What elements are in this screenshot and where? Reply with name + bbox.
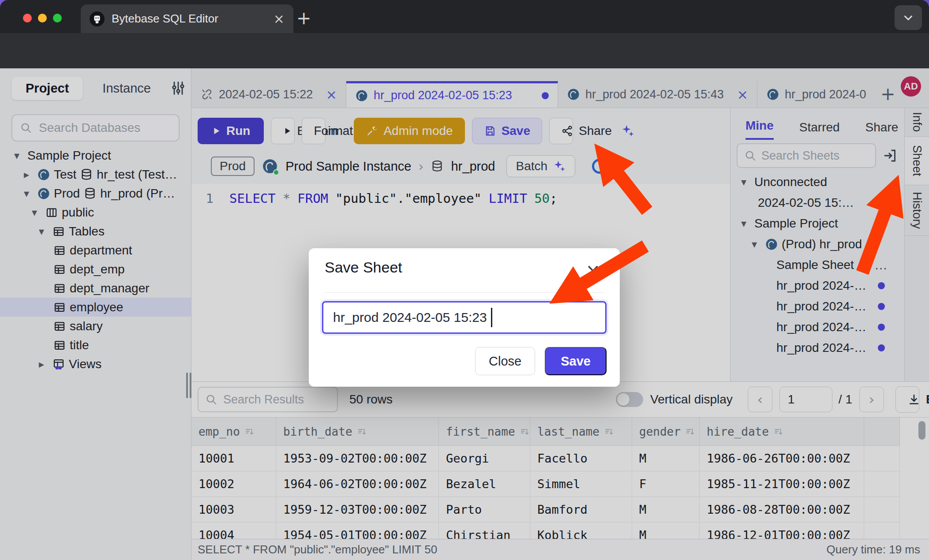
- browser-tabbar: Bytebase SQL Editor × +: [0, 0, 929, 33]
- sheet-name-input[interactable]: [322, 301, 607, 334]
- browser-tab-title: Bytebase SQL Editor: [112, 12, 266, 26]
- screen: Bytebase SQL Editor × + localhost:8080/s…: [0, 0, 929, 560]
- bytebase-favicon: [90, 11, 105, 26]
- save-sheet-dialog: Save Sheet × Close Save: [309, 248, 620, 387]
- new-browser-tab-button[interactable]: +: [296, 8, 311, 28]
- close-dialog-icon[interactable]: ×: [585, 261, 600, 279]
- close-tab-icon[interactable]: ×: [273, 11, 285, 26]
- browser-window: Bytebase SQL Editor × + localhost:8080/s…: [0, 0, 929, 560]
- dialog-title: Save Sheet: [325, 259, 402, 276]
- tab-search-button[interactable]: [895, 5, 922, 30]
- dialog-save-button[interactable]: Save: [545, 347, 607, 375]
- dialog-close-button[interactable]: Close: [475, 347, 535, 375]
- text-caret: [491, 308, 492, 327]
- dialog-divider: [324, 292, 605, 293]
- minimize-window-button[interactable]: [38, 14, 47, 22]
- zoom-window-button[interactable]: [53, 14, 62, 22]
- browser-tab[interactable]: Bytebase SQL Editor ×: [81, 4, 293, 33]
- close-window-button[interactable]: [23, 14, 32, 22]
- browser-toolbar: localhost:8080/sql-editor/prod-sample-in…: [0, 33, 929, 68]
